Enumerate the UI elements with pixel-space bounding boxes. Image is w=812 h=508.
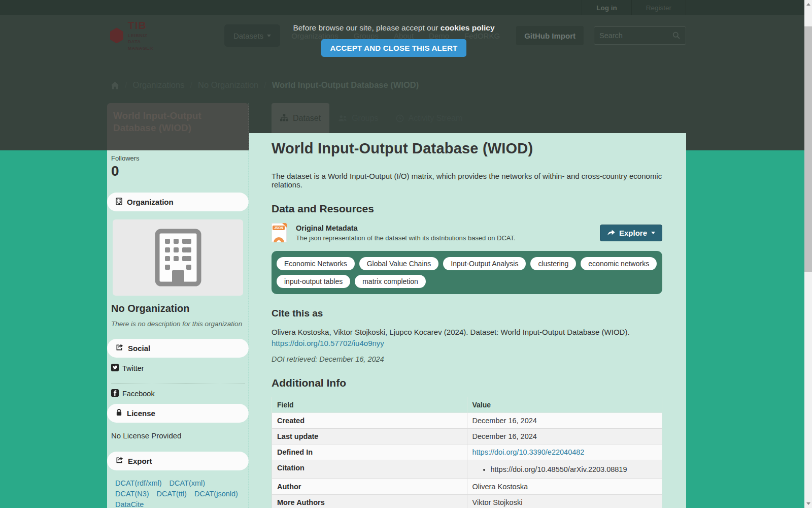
cookie-message: Before browse our site, please accept ou… xyxy=(262,23,526,33)
scroll-down-button[interactable] xyxy=(804,499,812,508)
tag-pill[interactable]: input-output tables xyxy=(277,275,350,288)
tag-pill[interactable]: Economic Networks xyxy=(277,257,355,270)
twitter-icon xyxy=(111,364,119,373)
resource-item[interactable]: JSON Original Metadata The json represen… xyxy=(272,223,662,242)
scroll-up-button[interactable] xyxy=(804,0,812,9)
facebook-link[interactable]: Facebook xyxy=(111,384,245,403)
organization-description: There is no description for this organiz… xyxy=(111,319,245,330)
value-cell: Olivera Kostoska xyxy=(467,479,662,495)
export-link[interactable]: DataCite xyxy=(115,500,144,508)
followers-count: 0 xyxy=(111,163,245,179)
field-cell: More Authors xyxy=(272,495,467,508)
export-link[interactable]: DCAT(ttl) xyxy=(157,490,187,498)
home-icon[interactable] xyxy=(111,81,119,89)
followers-block: Followers 0 xyxy=(107,153,249,179)
twitter-link[interactable]: Twitter xyxy=(111,364,245,377)
content-container: World Input-Output Database (WIOD) Follo… xyxy=(103,103,686,508)
lock-icon xyxy=(116,408,122,418)
breadcrumb: /Organizations/No Organization/World Inp… xyxy=(111,80,419,90)
building-icon xyxy=(116,198,122,207)
additional-info-heading: Additional Info xyxy=(272,377,662,389)
sidebar: World Input-Output Database (WIOD) Follo… xyxy=(103,103,249,508)
scrollbar-thumb[interactable] xyxy=(804,26,812,272)
tag-pill[interactable]: matrix completion xyxy=(355,275,426,288)
citation-list-item: https://doi.org/10.48550/arXiv.2203.0881… xyxy=(491,465,657,473)
facebook-icon xyxy=(111,389,119,398)
sidebar-dataset-title: World Input-Output Database (WIOD) xyxy=(107,103,249,150)
citation-text: Olivera Kostoska, Viktor Stojkoski, Ljup… xyxy=(272,327,662,348)
field-cell: Created xyxy=(272,413,467,429)
tag-pill[interactable]: Global Value Chains xyxy=(359,257,439,270)
organization-name[interactable]: No Organization xyxy=(111,303,245,314)
vertical-scrollbar[interactable] xyxy=(804,0,812,508)
tabs: Dataset Groups Activity Stream xyxy=(249,103,686,133)
breadcrumb-separator: / xyxy=(190,80,192,89)
column-header-value: Value xyxy=(467,397,662,413)
share-icon xyxy=(116,343,123,353)
github-import-button[interactable]: GitHub Import xyxy=(516,26,584,45)
site-logo[interactable]: TIB LEIBNIZ DATA MANAGER xyxy=(110,20,159,51)
register-link[interactable]: Register xyxy=(631,0,686,15)
table-row: CreatedDecember 16, 2024 xyxy=(272,413,662,429)
additional-info-table: Field Value CreatedDecember 16, 2024Last… xyxy=(272,397,662,508)
page-title: World Input-Output Database (WIOD) xyxy=(272,140,662,157)
tag-pill[interactable]: economic networks xyxy=(581,257,657,270)
export-link[interactable]: DCAT(rdf/xml) xyxy=(115,479,162,487)
tags-container: Economic NetworksGlobal Value ChainsInpu… xyxy=(272,251,662,294)
share-icon xyxy=(116,456,123,465)
license-section-header: License xyxy=(107,404,249,423)
cookie-alert: Before browse our site, please accept ou… xyxy=(262,23,526,57)
organization-section-header: Organization xyxy=(107,193,249,211)
search-icon[interactable] xyxy=(672,31,681,40)
value-link[interactable]: https://doi.org/10.3390/e22040482 xyxy=(472,448,585,456)
breadcrumb-items: /Organizations/No Organization/World Inp… xyxy=(119,80,419,90)
export-link[interactable]: DCAT(xml) xyxy=(170,479,206,487)
tab-dataset[interactable]: Dataset xyxy=(272,103,329,133)
tib-logo-icon xyxy=(110,27,123,43)
export-link[interactable]: DCAT(N3) xyxy=(115,490,149,498)
value-cell: December 16, 2024 xyxy=(467,429,662,444)
login-link[interactable]: Log in xyxy=(582,0,631,15)
value-cell: https://doi.org/10.3390/e22040482 xyxy=(467,444,662,460)
search-input[interactable] xyxy=(599,31,672,40)
followers-label: Followers xyxy=(111,154,245,162)
search-box[interactable] xyxy=(594,26,686,45)
cookies-policy-link[interactable]: cookies policy xyxy=(441,23,495,32)
breadcrumb-item[interactable]: No Organization xyxy=(198,80,258,89)
tag-pill[interactable]: clustering xyxy=(530,257,576,270)
table-row: AuthorOlivera Kostoska xyxy=(272,479,662,495)
value-cell: https://doi.org/10.48550/arXiv.2203.0881… xyxy=(467,460,662,479)
field-cell: Defined In xyxy=(272,444,467,460)
chevron-down-icon xyxy=(651,232,655,234)
doi-link[interactable]: https://doi.org/10.57702/iu4o9nyy xyxy=(272,339,384,347)
field-cell: Last update xyxy=(272,429,467,444)
doi-retrieved-note: DOI retrieved: December 16, 2024 xyxy=(272,355,662,363)
forward-arrow-icon xyxy=(607,230,615,236)
export-section-header: Export xyxy=(107,452,249,470)
resource-description: The json representation of the dataset w… xyxy=(296,234,516,242)
column-header-field: Field xyxy=(272,397,467,413)
tag-pill[interactable]: Input-Output Analysis xyxy=(443,257,526,270)
data-and-resources-heading: Data and Resources xyxy=(272,203,662,215)
organization-placeholder-image xyxy=(113,219,243,296)
tab-groups[interactable]: Groups xyxy=(329,103,387,133)
license-value: No License Provided xyxy=(111,431,245,440)
value-cell: Viktor StojkoskiLjupco Kocarev xyxy=(467,495,662,508)
main-content: Dataset Groups Activity Stream World Inp… xyxy=(249,103,686,508)
breadcrumb-item[interactable]: Organizations xyxy=(133,80,185,89)
explore-button[interactable]: Explore xyxy=(600,225,662,241)
table-row: Last updateDecember 16, 2024 xyxy=(272,429,662,444)
breadcrumb-item[interactable]: World Input-Output Database (WIOD) xyxy=(272,80,419,89)
cite-heading: Cite this as xyxy=(272,308,662,319)
resource-name-link[interactable]: Original Metadata xyxy=(296,224,516,232)
dataset-description: The dataset is a World Input-Output (I/O… xyxy=(272,172,662,189)
value-cell: December 16, 2024 xyxy=(467,413,662,429)
breadcrumb-separator: / xyxy=(264,80,266,89)
field-cell: Author xyxy=(272,479,467,495)
accept-cookies-button[interactable]: ACCEPT AND CLOSE THIS ALERT xyxy=(321,39,467,57)
users-icon xyxy=(338,115,347,122)
export-link[interactable]: DCAT(jsonld) xyxy=(194,490,238,498)
export-links: DCAT(rdf/xml)DCAT(xml)DCAT(N3)DCAT(ttl)D… xyxy=(115,479,242,508)
tab-activity-stream[interactable]: Activity Stream xyxy=(387,103,471,133)
additional-info-tbody: CreatedDecember 16, 2024Last updateDecem… xyxy=(272,413,662,508)
